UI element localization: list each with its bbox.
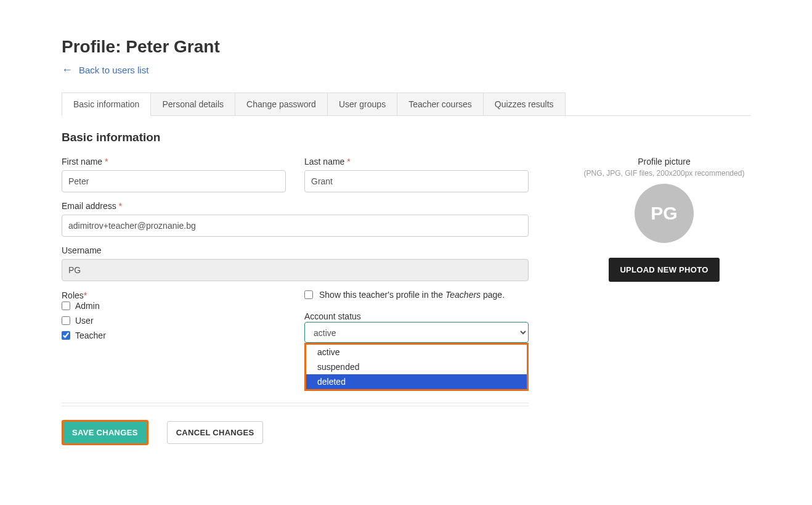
- tab-change-password[interactable]: Change password: [235, 92, 328, 115]
- divider: [62, 406, 529, 406]
- email-input[interactable]: [62, 215, 529, 237]
- roles-label: Roles*: [62, 290, 87, 300]
- arrow-left-icon: ←: [62, 64, 73, 75]
- avatar: PG: [635, 184, 694, 243]
- tabs: Basic information Personal details Chang…: [62, 92, 750, 116]
- last-name-label-text: Last name: [304, 157, 344, 166]
- show-teacher-label: Show this teacher's profile in the Teach…: [319, 290, 505, 300]
- required-asterisk: *: [119, 201, 122, 211]
- first-name-input[interactable]: [62, 170, 286, 192]
- tab-personal-details[interactable]: Personal details: [150, 92, 235, 115]
- email-label-text: Email address: [62, 201, 116, 211]
- role-admin-label: Admin: [75, 301, 100, 311]
- divider: [62, 403, 529, 403]
- first-name-label: First name *: [62, 157, 286, 166]
- email-label: Email address *: [62, 201, 529, 211]
- back-link-label: Back to users list: [79, 65, 148, 75]
- role-user-label: User: [75, 316, 94, 326]
- username-label: Username: [62, 245, 529, 255]
- show-teacher-italic: Teachers: [445, 290, 481, 300]
- role-admin-checkbox[interactable]: [62, 302, 70, 310]
- tab-basic-information[interactable]: Basic information: [62, 92, 151, 116]
- required-asterisk: *: [84, 290, 87, 300]
- role-user-checkbox[interactable]: [62, 316, 70, 325]
- save-changes-button[interactable]: Save changes: [62, 420, 148, 445]
- show-teacher-pre: Show this teacher's profile in the: [319, 290, 445, 300]
- username-input: [62, 259, 529, 281]
- upload-new-photo-button[interactable]: Upload new photo: [609, 258, 719, 282]
- account-status-dropdown: active suspended deleted: [304, 343, 529, 391]
- tab-quizzes-results[interactable]: Quizzes results: [483, 92, 566, 115]
- section-title: Basic information: [62, 131, 750, 144]
- last-name-label: Last name *: [304, 157, 529, 166]
- roles-label-text: Roles: [62, 290, 84, 300]
- page-title: Profile: Peter Grant: [62, 37, 750, 57]
- required-asterisk: *: [347, 157, 350, 166]
- cancel-changes-button[interactable]: Cancel changes: [167, 421, 264, 444]
- status-option-suspended[interactable]: suspended: [306, 359, 527, 374]
- tab-teacher-courses[interactable]: Teacher courses: [397, 92, 484, 115]
- account-status-select[interactable]: active suspended deleted: [304, 322, 529, 343]
- status-option-active[interactable]: active: [306, 345, 527, 359]
- profile-picture-hint: (PNG, JPG, GIF files, 200x200px recommen…: [578, 169, 750, 178]
- profile-picture-label: Profile picture: [578, 157, 750, 166]
- show-teacher-post: page.: [481, 290, 505, 300]
- role-teacher-label: Teacher: [75, 331, 106, 340]
- required-asterisk: *: [105, 157, 108, 166]
- status-option-deleted[interactable]: deleted: [306, 374, 527, 389]
- first-name-label-text: First name: [62, 157, 102, 166]
- back-to-users-link[interactable]: ← Back to users list: [62, 64, 148, 75]
- last-name-input[interactable]: [304, 170, 529, 192]
- role-teacher-checkbox[interactable]: [62, 331, 70, 340]
- tab-user-groups[interactable]: User groups: [327, 92, 397, 115]
- account-status-label: Account status: [304, 311, 361, 321]
- show-teacher-profile-checkbox[interactable]: [304, 290, 313, 299]
